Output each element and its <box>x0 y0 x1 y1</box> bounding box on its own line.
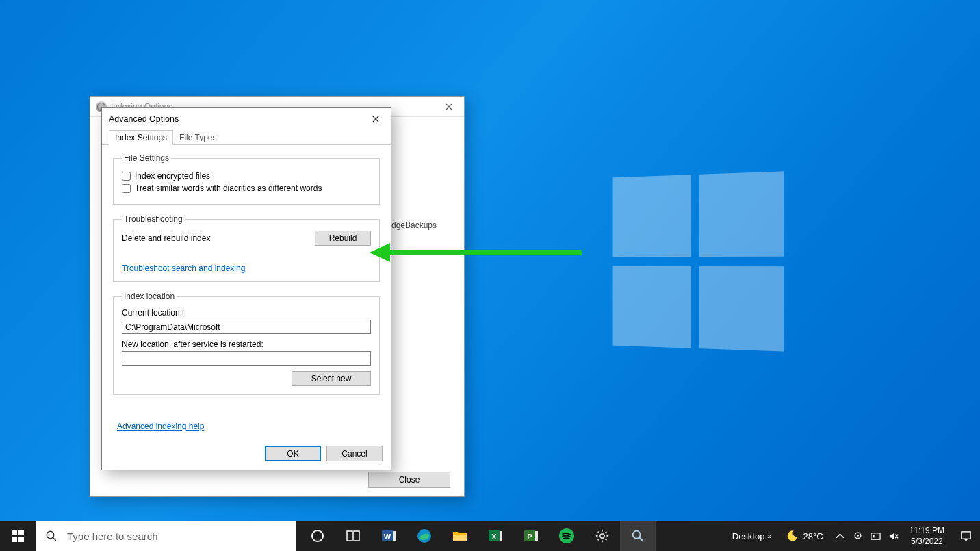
close-button[interactable]: Close <box>368 472 450 488</box>
new-location-label: New location, after service is restarted… <box>122 339 371 349</box>
svg-rect-13 <box>393 531 396 541</box>
svg-text:X: X <box>491 533 497 541</box>
desktop-toolbar[interactable]: Desktop » <box>727 521 777 551</box>
file-explorer-icon[interactable] <box>442 521 478 551</box>
svg-rect-29 <box>873 535 875 537</box>
current-location-field[interactable] <box>122 320 371 334</box>
advanced-options-dialog: Advanced Options Index Settings File Typ… <box>101 107 391 470</box>
svg-rect-28 <box>871 533 880 539</box>
file-settings-group: File Settings Index encrypted files Trea… <box>113 153 380 205</box>
svg-point-23 <box>600 534 604 538</box>
delete-rebuild-label: Delete and rebuild index <box>122 233 210 243</box>
notifications-icon[interactable] <box>951 521 980 551</box>
windows-logo-wallpaper <box>613 171 786 352</box>
index-encrypted-checkbox[interactable] <box>122 172 131 181</box>
svg-line-25 <box>639 537 643 541</box>
advanced-indexing-help-link[interactable]: Advanced indexing help <box>117 422 204 431</box>
taskbar: Type here to search W X P <box>0 521 980 551</box>
svg-rect-21 <box>535 531 538 541</box>
svg-line-7 <box>53 537 56 541</box>
chevron-double-right-icon: » <box>767 532 771 540</box>
diacritics-label: Treat similar words with diacritics as d… <box>135 183 322 193</box>
file-settings-legend: File Settings <box>122 153 171 163</box>
svg-point-8 <box>312 530 323 541</box>
spotify-icon[interactable] <box>549 521 584 551</box>
svg-text:W: W <box>384 533 391 541</box>
svg-rect-5 <box>18 537 24 542</box>
project-icon[interactable]: P <box>513 521 549 551</box>
tab-file-types[interactable]: File Types <box>173 130 222 145</box>
advanced-options-body: File Settings Index encrypted files Trea… <box>102 145 391 413</box>
svg-rect-30 <box>961 531 970 538</box>
svg-rect-9 <box>347 531 352 541</box>
word-icon[interactable]: W <box>371 521 407 551</box>
time-label: 11:19 PM <box>910 525 944 536</box>
settings-icon[interactable] <box>584 521 620 551</box>
current-location-label: Current location: <box>122 308 371 318</box>
task-view-icon[interactable] <box>335 521 371 551</box>
volume-mute-icon[interactable] <box>885 521 903 551</box>
troubleshooting-group: Troubleshooting Delete and rebuild index… <box>113 214 380 282</box>
search-placeholder: Type here to search <box>67 530 158 542</box>
weather-temp: 28°C <box>803 531 823 541</box>
ok-button[interactable]: OK <box>265 446 321 461</box>
edge-icon[interactable] <box>407 521 442 551</box>
svg-text:P: P <box>527 533 532 541</box>
advanced-options-titlebar: Advanced Options <box>102 108 391 130</box>
svg-rect-18 <box>500 531 502 541</box>
close-icon[interactable] <box>434 97 464 117</box>
start-button[interactable] <box>0 521 36 551</box>
svg-rect-2 <box>12 530 17 535</box>
location-icon[interactable] <box>849 521 867 551</box>
clock[interactable]: 11:19 PM 5/3/2022 <box>903 525 951 547</box>
new-location-field[interactable] <box>122 351 371 366</box>
rebuild-button[interactable]: Rebuild <box>315 231 371 246</box>
cortana-icon[interactable] <box>300 521 335 551</box>
close-icon[interactable] <box>361 108 391 130</box>
tab-index-settings[interactable]: Index Settings <box>109 130 173 145</box>
svg-point-27 <box>857 535 859 537</box>
index-encrypted-label: Index encrypted files <box>135 171 210 181</box>
tabs-row: Index Settings File Types <box>102 130 391 145</box>
svg-point-6 <box>47 531 54 539</box>
date-label: 5/3/2022 <box>910 536 944 547</box>
svg-rect-10 <box>354 531 359 541</box>
troubleshoot-search-link[interactable]: Troubleshoot search and indexing <box>122 264 245 273</box>
weather-widget[interactable]: 28°C <box>777 529 831 543</box>
moon-icon <box>786 529 799 543</box>
search-bar[interactable]: Type here to search <box>36 521 296 551</box>
tray-chevron-up-icon[interactable] <box>831 521 849 551</box>
index-location-group: Index location Current location: New loc… <box>113 292 380 395</box>
cancel-button[interactable]: Cancel <box>326 446 383 461</box>
select-new-button[interactable]: Select new <box>292 371 371 386</box>
svg-rect-3 <box>18 530 24 535</box>
index-location-legend: Index location <box>122 292 177 301</box>
desktop-toolbar-label: Desktop <box>732 531 765 541</box>
advanced-options-title: Advanced Options <box>109 114 179 124</box>
svg-rect-4 <box>12 537 17 542</box>
excel-icon[interactable]: X <box>478 521 513 551</box>
location-list-item-peek: dgeBackups <box>391 220 457 230</box>
search-icon <box>45 530 57 542</box>
troubleshooting-legend: Troubleshooting <box>122 214 185 224</box>
diacritics-checkbox[interactable] <box>122 184 131 193</box>
svg-rect-15 <box>453 535 467 541</box>
indexing-options-taskbar-icon[interactable] <box>620 521 656 551</box>
input-indicator-icon[interactable] <box>867 521 885 551</box>
